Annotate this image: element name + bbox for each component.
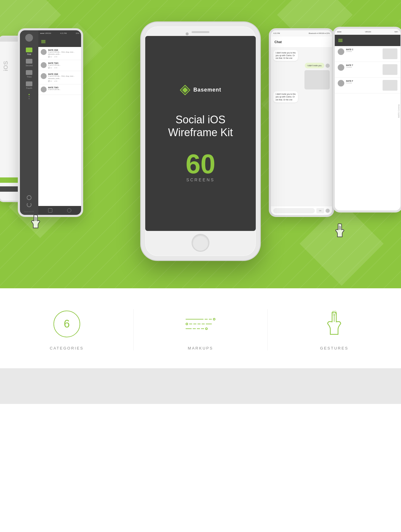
- nav-label-third: Third: [27, 76, 31, 78]
- comment-count-2: 💬 12: [48, 67, 52, 69]
- item-name-4: MATE TWO: [48, 86, 79, 89]
- item-desc-3: A set of 130 ele... Click, drag, resiz..…: [48, 75, 79, 79]
- chat-title: Chat: [274, 40, 282, 44]
- markups-icon: [186, 318, 215, 330]
- msg-left-1: I didn't invite you to thisyou up with C…: [273, 50, 298, 61]
- markup-dash-3d: [201, 328, 204, 329]
- chat-send-avatar: [326, 209, 330, 213]
- nav-icon-second: [26, 59, 32, 64]
- dots-indicator: [29, 94, 30, 99]
- nav-icon-fourth: [26, 81, 32, 86]
- item-desc-4: A set of 130 ele...: [48, 89, 79, 91]
- features-section: 6 CATEGORIES: [0, 288, 401, 368]
- hero-section: iOS First Second Third: [0, 0, 401, 288]
- nav-label-first: First: [27, 53, 31, 55]
- gestures-hand-icon: [324, 311, 345, 337]
- headline-line2: Wireframe Kit: [168, 126, 233, 138]
- markup-dash-2d: [202, 324, 205, 324]
- right-outer-phone: ●●●● VIRGIN WiFi MATE C Com: [333, 27, 401, 213]
- avatar-1: [41, 49, 47, 55]
- right-thumb-3: [383, 80, 397, 91]
- right-chat-phone: 4:21 PM Bluetooth ♦ VIRGIN ♦ 22% Chat I …: [269, 28, 334, 217]
- nav-item-third: Third: [20, 68, 38, 80]
- phone-body: Basement Social iOS Wireframe Kit 60 SCR…: [141, 22, 260, 260]
- right-thumb-2: [383, 64, 397, 75]
- screen-logo-area: Basement: [180, 85, 221, 95]
- feature-categories: 6 CATEGORIES: [0, 309, 134, 350]
- footer-section: [0, 368, 401, 404]
- screen-headline: Social iOS Wireframe Kit: [168, 113, 233, 139]
- avatar-2: [41, 62, 47, 68]
- phone-camera: [186, 32, 189, 35]
- phone-screen: Basement Social iOS Wireframe Kit 60 SCR…: [145, 36, 256, 231]
- bg-diamond-6: [261, 83, 303, 125]
- item-content-3: MATE ONE A set of 130 ele... Click, drag…: [48, 73, 79, 82]
- right-hamburger: [338, 39, 342, 42]
- like-count-2: ♥ 54: [54, 67, 57, 69]
- markup-dash-2b: [193, 324, 196, 324]
- phone-speaker: [192, 31, 209, 33]
- right-ham-line-2: [338, 40, 342, 41]
- right-feed-list: MATE C Comme MATE T Comme: [335, 46, 400, 210]
- right-item-3: MATE F Comme: [335, 78, 400, 93]
- markup-circle-3: [205, 328, 208, 330]
- right-name-3: MATE F: [346, 80, 381, 82]
- markup-dash-2c: [198, 324, 200, 324]
- markup-dash-1c: [209, 319, 212, 319]
- phone-home-button[interactable]: [192, 234, 209, 252]
- item-name-3: MATE ONE: [48, 73, 79, 75]
- right-content-3: MATE F Comme: [346, 80, 381, 91]
- nav-item-second: Second: [20, 57, 38, 68]
- list-item-4: MATE TWO A set of 130 ele...: [38, 84, 81, 95]
- markup-dash-1a: [186, 319, 203, 319]
- right-avatar-1: [338, 48, 344, 55]
- gestures-icon-wrap: [319, 309, 349, 339]
- comment-count-1: 💬 12: [48, 56, 52, 58]
- item-meta-3: 💬 12 ♥ 54: [48, 80, 79, 82]
- right-ham-line-3: [338, 41, 342, 42]
- right-desc-1: Comme: [346, 51, 381, 52]
- markup-dash-3c: [197, 328, 200, 329]
- categories-label: CATEGORIES: [50, 346, 84, 350]
- msg-bubble-1: I didn't invite you to thisyou up with C…: [273, 50, 298, 61]
- chat-ok-button[interactable]: OK: [316, 208, 324, 213]
- markups-icon-wrap: [186, 309, 215, 339]
- bg-diamond-2: [52, 22, 102, 73]
- svg-marker-7: [182, 87, 188, 93]
- feature-markups: MARKUPS: [134, 309, 267, 350]
- right-avatar-3: [338, 80, 344, 86]
- markup-dash-3a: [186, 328, 192, 329]
- nav-item-fourth: Fourth: [20, 80, 38, 91]
- right-avatar-2: [338, 64, 344, 71]
- right-item-1: MATE C Comme: [335, 46, 400, 62]
- chat-time: 4:21 PM: [273, 32, 280, 34]
- mate-comma-label: MATE Comma: [397, 103, 400, 119]
- categories-number: 6: [64, 318, 70, 330]
- markup-line-1: [186, 318, 215, 320]
- markup-line-3: [186, 328, 215, 330]
- like-count-3: ♥ 54: [54, 80, 57, 82]
- nav-label-second: Second: [26, 64, 33, 67]
- comment-count-3: 💬 12: [48, 80, 52, 82]
- categories-icon-wrap: 6: [52, 309, 82, 339]
- screens-label: SCREENS: [186, 177, 215, 182]
- hamburger-line-2: [41, 41, 45, 42]
- chat-messages: I didn't invite you to thisyou up with C…: [271, 48, 332, 206]
- right-status-bar: ●●●● VIRGIN WiFi: [335, 29, 400, 35]
- left-outer-phone: iOS: [0, 36, 22, 202]
- markup-circle-2: [186, 323, 188, 325]
- gestures-label: GESTURES: [320, 346, 349, 350]
- markup-line-2: [186, 323, 215, 325]
- right-desc-2: Comme: [346, 66, 381, 68]
- right-name-2: MATE T: [346, 64, 381, 66]
- markup-dash-2a: [189, 324, 192, 324]
- msg-right-1: I didn't invite you.: [305, 63, 330, 68]
- msg-bubble-right-1: I didn't invite you.: [305, 63, 324, 68]
- nav-label-fourth: Fourth: [26, 87, 32, 89]
- chat-input-field[interactable]: [273, 208, 315, 213]
- bg-diamond-5: [300, 202, 384, 286]
- markups-label: MARKUPS: [188, 346, 213, 350]
- chat-input-area: OK: [271, 206, 332, 215]
- bg-diamond-3: [277, 0, 353, 53]
- feature-gestures: GESTURES: [268, 309, 401, 350]
